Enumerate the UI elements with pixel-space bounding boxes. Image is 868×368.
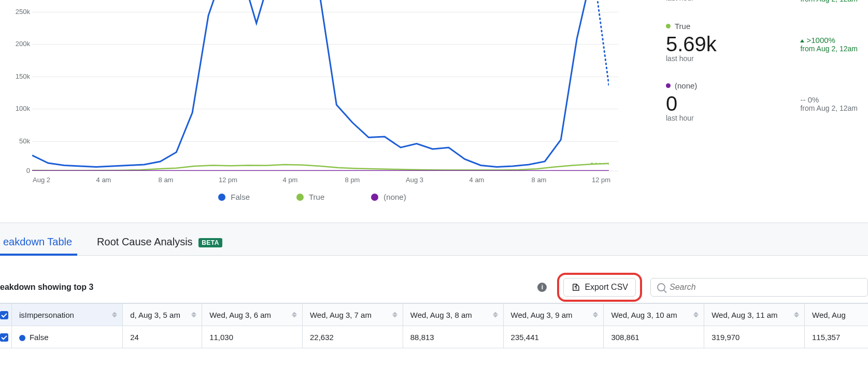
legend-label: False [231,193,250,201]
checkbox-row[interactable] [0,333,8,342]
x-tick: 8 am [159,176,174,184]
circle-icon [666,83,671,88]
circle-icon [666,24,671,28]
legend-item-none[interactable]: (none) [371,193,406,201]
stat-sublabel: last hour [666,54,717,63]
column-header-time[interactable]: Wed, Aug [805,304,868,326]
stat-change-from: from Aug 2, 12am [800,0,858,3]
legend-item-false[interactable]: False [218,193,250,201]
circle-icon [296,194,304,201]
breakdown-controls: eakdown showing top 3 i Export CSV [0,271,868,303]
stat-sublabel: last hour [666,114,694,122]
cell: 11,030 [202,326,303,348]
table-row[interactable]: False 24 11,030 22,632 88,813 235,441 30… [0,326,868,348]
sort-icon[interactable] [292,312,297,318]
legend-label: True [309,193,324,201]
stats-panel: last hour from Aug 2, 12am True 5.69k la… [650,0,868,223]
circle-icon [19,335,25,341]
y-tick: 0 [26,167,30,174]
caret-up-icon [800,39,804,42]
column-header-time[interactable]: Wed, Aug 3, 11 am [704,304,805,326]
stat-series-label: (none) [675,81,697,90]
column-header-time[interactable]: Wed, Aug 3, 9 am [503,304,604,326]
x-tick: 4 am [96,176,111,184]
stat-value: 0 [666,92,694,115]
cell: 88,813 [403,326,503,348]
cell: 308,861 [604,326,704,348]
column-header-time[interactable]: d, Aug 3, 5 am [123,304,202,326]
x-tick: 8 pm [345,176,360,184]
cell: 22,632 [302,326,403,348]
cell: 24 [123,326,202,348]
export-highlight: Export CSV [557,273,642,302]
x-tick: 12 pm [592,176,610,184]
info-icon[interactable]: i [537,283,547,292]
timeseries-chart: 0 50k 100k 150k 200k 250k Aug 2 4 am 8 a… [0,0,650,223]
column-header-time[interactable]: Wed, Aug 3, 8 am [403,304,503,326]
chart-lines [32,0,609,171]
legend-label: (none) [383,193,406,201]
legend-item-true[interactable]: True [296,193,324,201]
breakdown-summary: eakdown showing top 3 [0,283,93,292]
column-header-time[interactable]: Wed, Aug 3, 7 am [302,304,403,326]
x-tick: Aug 3 [406,176,423,184]
y-tick: 150k [16,72,30,80]
row-label: False [30,333,49,342]
search-input[interactable] [670,283,861,292]
y-tick: 50k [19,137,30,145]
stat-series-label: True [675,22,690,31]
stat-change: >1000% [800,36,858,45]
sort-icon[interactable] [191,312,196,318]
x-tick: 4 am [469,176,485,184]
export-label: Export CSV [585,283,628,292]
export-icon [571,283,580,292]
checkbox-all[interactable] [0,311,8,319]
tab-root-cause-analysis[interactable]: Root Cause Analysis BETA [94,236,225,255]
stat-change-from: from Aug 2, 12am [800,45,858,53]
search-icon [657,283,665,291]
export-csv-button[interactable]: Export CSV [563,278,636,297]
sort-icon[interactable] [794,312,799,318]
sort-icon[interactable] [593,312,598,318]
y-tick: 250k [16,8,30,16]
stat-value: 5.69k [666,33,717,55]
tabs-bar: eakdown Table Root Cause Analysis BETA [0,223,868,256]
stat-sublabel: last hour [666,0,694,2]
breakdown-table: isImpersonation d, Aug 3, 5 am Wed, Aug … [0,303,868,368]
sort-icon[interactable] [112,312,117,318]
sort-icon[interactable] [493,312,498,318]
circle-icon [218,194,225,201]
column-header-time[interactable]: Wed, Aug 3, 6 am [202,304,303,326]
x-tick: 4 pm [283,176,298,184]
cell: 319,970 [704,326,805,348]
x-tick: 12 pm [219,176,237,184]
cell: 115,357 [805,326,868,348]
beta-badge: BETA [198,238,222,247]
y-tick: 200k [16,40,30,48]
tab-breakdown-table[interactable]: eakdown Table [0,236,75,255]
x-tick: Aug 2 [33,176,50,184]
stat-block-true: True 5.69k last hour >1000% from Aug 2, … [666,22,858,63]
cell: 235,441 [503,326,604,348]
column-header-time[interactable]: Wed, Aug 3, 10 am [604,304,704,326]
y-tick: 100k [16,105,30,112]
search-box[interactable] [650,278,868,297]
circle-icon [371,194,378,201]
sort-icon[interactable] [693,312,699,318]
chart-legend: False True (none) [0,193,624,201]
column-header-name[interactable]: isImpersonation [11,304,122,326]
stat-block-none: (none) 0 last hour -- 0% from Aug 2, 12a… [666,81,858,122]
stat-change: -- 0% [800,95,858,104]
sort-icon[interactable] [392,312,397,318]
stat-change-from: from Aug 2, 12am [800,104,858,112]
x-tick: 8 am [532,176,547,184]
